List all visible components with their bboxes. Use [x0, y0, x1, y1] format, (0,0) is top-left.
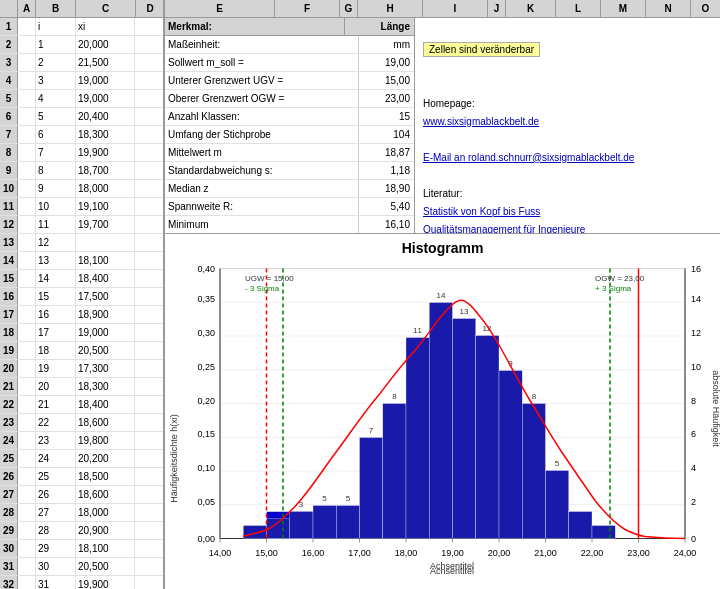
left-col-headers: A B C D — [0, 0, 163, 18]
row-num: 17 — [0, 306, 18, 323]
cell-d — [135, 288, 163, 305]
row-num: 9 — [0, 162, 18, 179]
cell-c: 18,600 — [76, 414, 135, 431]
cell-a — [18, 558, 36, 575]
left-data-row: 18 17 19,000 — [0, 324, 163, 342]
bar-17_5 — [336, 506, 359, 539]
row-num: 1 — [0, 18, 18, 35]
cell-d — [135, 252, 163, 269]
left-data-row: 7 6 18,300 — [0, 126, 163, 144]
row-num: 10 — [0, 180, 18, 197]
cell-d — [135, 360, 163, 377]
left-data-row: 13 12 — [0, 234, 163, 252]
homepage-link[interactable]: www.sixsigmablackbelt.de — [423, 116, 539, 127]
cell-d — [135, 522, 163, 539]
info-row-book2[interactable]: Qualitätsmanagement für Ingenieure — [423, 220, 712, 233]
cell-a — [18, 18, 36, 35]
x-label-23: 23,00 — [627, 548, 650, 558]
param-row: Minimum 16,10 — [165, 216, 414, 233]
left-data-row: 1 i xi — [0, 18, 163, 36]
left-data-row: 3 2 21,500 — [0, 54, 163, 72]
cell-b: 26 — [36, 486, 76, 503]
row-num: 30 — [0, 540, 18, 557]
cell-c: 18,100 — [76, 540, 135, 557]
info-row-zellen: Zellen sind veränderbar — [423, 40, 712, 58]
param-label: Minimum — [165, 216, 359, 233]
left-data-row: 10 9 18,000 — [0, 180, 163, 198]
bar-label-8b: 8 — [532, 392, 537, 401]
x-label-16: 16,00 — [302, 548, 325, 558]
row-num: 19 — [0, 342, 18, 359]
cell-b: 20 — [36, 378, 76, 395]
cell-d — [135, 414, 163, 431]
param-label: Maßeinheit: — [165, 36, 359, 53]
book2-link[interactable]: Qualitätsmanagement für Ingenieure — [423, 224, 585, 234]
param-row: Sollwert m_soll = 19,00 — [165, 54, 414, 72]
top-right-section: Merkmal: Länge Maßeinheit: mm Sollwert m… — [165, 18, 720, 234]
info-row-email[interactable]: E-Mail an roland.schnurr@sixsigmablackbe… — [423, 148, 712, 166]
row-num: 4 — [0, 72, 18, 89]
cell-a — [18, 270, 36, 287]
bar-label-5b: 5 — [346, 494, 351, 503]
cell-d — [135, 324, 163, 341]
param-row: Median z 18,90 — [165, 180, 414, 198]
param-value: 19,00 — [359, 54, 414, 71]
cell-a — [18, 450, 36, 467]
cell-d — [135, 180, 163, 197]
cell-b: 6 — [36, 126, 76, 143]
info-row-empty5 — [423, 166, 712, 184]
left-data-row: 24 23 19,800 — [0, 432, 163, 450]
row-num: 25 — [0, 450, 18, 467]
cell-c: 20,400 — [76, 108, 135, 125]
left-data-row: 23 22 18,600 — [0, 414, 163, 432]
cell-c: 19,900 — [76, 576, 135, 589]
row-num: 7 — [0, 126, 18, 143]
left-data-row: 25 24 20,200 — [0, 450, 163, 468]
cell-a — [18, 252, 36, 269]
row-num: 22 — [0, 396, 18, 413]
y-right-axis-label: absolute Häufigkeit — [711, 370, 720, 447]
row-num: 31 — [0, 558, 18, 575]
left-data-row: 22 21 18,400 — [0, 396, 163, 414]
cell-c: 19,900 — [76, 144, 135, 161]
left-data-row: 4 3 19,000 — [0, 72, 163, 90]
cell-a — [18, 162, 36, 179]
row-num: 13 — [0, 234, 18, 251]
info-row-homepage-link[interactable]: www.sixsigmablackbelt.de — [423, 112, 712, 130]
cell-d — [135, 90, 163, 107]
book1-link[interactable]: Statistik von Kopf bis Fuss — [423, 206, 540, 217]
x-label-21: 21,00 — [534, 548, 557, 558]
param-row: Mittelwert m 18,87 — [165, 144, 414, 162]
x-label-24: 24,00 — [674, 548, 697, 558]
cell-c: 18,600 — [76, 486, 135, 503]
info-row-book1[interactable]: Statistik von Kopf bis Fuss — [423, 202, 712, 220]
col-header-e: E — [165, 0, 275, 17]
param-col-f-val-header: Länge — [359, 18, 414, 35]
homepage-label-text: Homepage: — [423, 98, 475, 109]
param-value: 15 — [359, 108, 414, 125]
left-data-row: 29 28 20,900 — [0, 522, 163, 540]
cell-a — [18, 234, 36, 251]
ry-label-0: 0 — [691, 534, 696, 544]
bar-17_7 — [360, 438, 383, 539]
col-header-rn — [0, 0, 18, 17]
cell-c: 18,300 — [76, 378, 135, 395]
ugw-label: UGW = 15,00 — [245, 274, 294, 283]
cell-c: 18,400 — [76, 270, 135, 287]
cell-d — [135, 144, 163, 161]
col-header-c: C — [76, 0, 136, 17]
param-row: Anzahl Klassen: 15 — [165, 108, 414, 126]
right-content-panel: E F G H I J K L M N O Merkmal: Länge — [165, 0, 720, 589]
email-link[interactable]: E-Mail an roland.schnurr@sixsigmablackbe… — [423, 152, 634, 163]
param-label: Standardabweichung s: — [165, 162, 359, 179]
cell-d — [135, 486, 163, 503]
cell-c: 19,100 — [76, 198, 135, 215]
cell-a — [18, 216, 36, 233]
param-value: 18,90 — [359, 180, 414, 197]
bar-19_5 — [453, 319, 476, 539]
col-header-a: A — [18, 0, 36, 17]
param-row: Standardabweichung s: 1,18 — [165, 162, 414, 180]
cell-c: 20,000 — [76, 36, 135, 53]
y-label-005: 0,05 — [197, 497, 215, 507]
cell-a — [18, 126, 36, 143]
